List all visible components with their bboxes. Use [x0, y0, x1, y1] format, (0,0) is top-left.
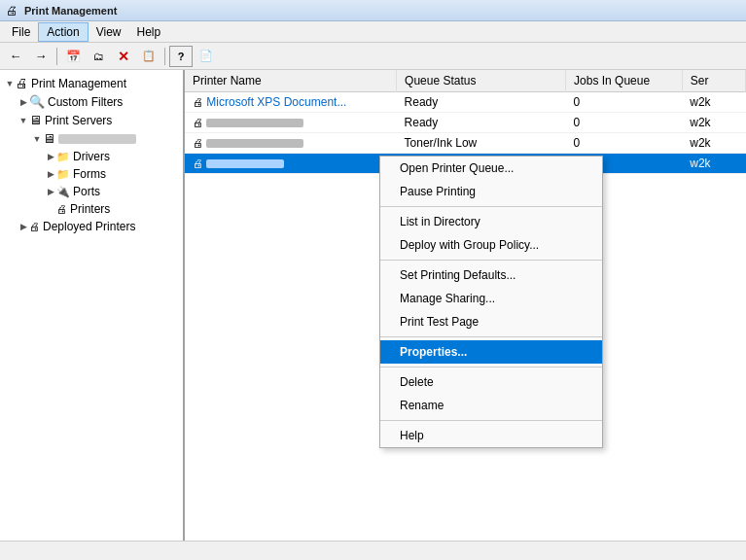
cell-status: Ready	[397, 92, 566, 113]
drivers-icon: 📁	[56, 151, 70, 163]
menu-action[interactable]: Action	[38, 22, 88, 42]
about-button[interactable]: 📄	[195, 46, 218, 67]
context-menu-sep2	[380, 260, 602, 261]
expand-forms[interactable]: ▶	[45, 169, 56, 179]
context-menu-pause[interactable]: Pause Printing	[380, 180, 602, 203]
context-menu: Open Printer Queue... Pause Printing Lis…	[379, 156, 603, 448]
tree-panel: ▼ 🖨 Print Management ▶ 🔍 Custom Filters …	[0, 70, 185, 541]
tree-label-ports: Ports	[73, 185, 100, 198]
context-menu-rename[interactable]: Rename	[380, 394, 602, 417]
cell-jobs: 0	[566, 133, 683, 154]
main-area: ▼ 🖨 Print Management ▶ 🔍 Custom Filters …	[0, 70, 746, 541]
cell-jobs: 0	[566, 92, 683, 113]
tree-label-server1	[58, 134, 136, 144]
tree-item-deployed-printers[interactable]: ▶ 🖨 Deployed Printers	[0, 218, 183, 235]
cell-status: Ready	[397, 113, 566, 133]
tree-label-print-management: Print Management	[31, 77, 126, 90]
context-menu-manage-sharing[interactable]: Manage Sharing...	[380, 287, 602, 310]
cell-server: w2k	[682, 92, 745, 113]
export-button[interactable]: 📋	[137, 46, 160, 67]
cell-jobs: 0	[566, 113, 683, 133]
context-menu-sep4	[380, 367, 602, 368]
print-management-icon: 🖨	[16, 76, 28, 90]
context-menu-deploy-gp[interactable]: Deploy with Group Policy...	[380, 233, 602, 257]
col-header-status[interactable]: Queue Status	[397, 70, 566, 92]
tree-label-forms: Forms	[73, 167, 106, 181]
toolbar-separator-1	[56, 48, 57, 65]
printer-row-icon: 🖨	[193, 117, 203, 128]
context-menu-print-test[interactable]: Print Test Page	[380, 310, 602, 333]
context-menu-sep5	[380, 420, 602, 421]
deployed-printers-icon: 🖨	[29, 221, 40, 232]
context-menu-open-queue[interactable]: Open Printer Queue...	[380, 157, 602, 180]
tree-label-custom-filters: Custom Filters	[48, 95, 123, 109]
context-menu-sep1	[380, 206, 602, 207]
cell-name: 🖨	[185, 154, 397, 174]
expand-deployed-printers[interactable]: ▶	[18, 222, 29, 231]
expand-server1[interactable]: ▼	[31, 134, 43, 144]
context-menu-delete[interactable]: Delete	[380, 370, 602, 394]
col-header-jobs[interactable]: Jobs In Queue	[566, 70, 683, 92]
table-header-row: Printer Name Queue Status Jobs In Queue …	[185, 70, 746, 92]
tree-item-print-management[interactable]: ▼ 🖨 Print Management	[0, 74, 183, 92]
expand-print-servers[interactable]: ▼	[18, 116, 29, 125]
printer-link[interactable]: Microsoft XPS Document...	[206, 95, 346, 109]
expand-drivers[interactable]: ▶	[45, 152, 56, 161]
tree-item-custom-filters[interactable]: ▶ 🔍 Custom Filters	[0, 92, 183, 111]
status-bar	[0, 541, 746, 560]
context-menu-properties[interactable]: Properties...	[380, 340, 602, 364]
cell-name: 🖨	[185, 133, 397, 154]
cell-server: w2k	[682, 113, 745, 133]
context-menu-list-dir[interactable]: List in Directory	[380, 210, 602, 233]
delete-button[interactable]: ✕	[112, 46, 135, 67]
tree-item-server1[interactable]: ▼ 🖥	[0, 129, 183, 148]
folder-button[interactable]: 🗂	[87, 46, 110, 67]
tree-label-drivers: Drivers	[73, 150, 110, 163]
custom-filters-icon: 🔍	[29, 94, 45, 109]
tree-item-forms[interactable]: ▶ 📁 Forms	[0, 165, 183, 183]
print-servers-icon: 🖥	[29, 113, 42, 127]
table-row[interactable]: 🖨 Microsoft XPS Document... Ready 0 w2k	[185, 92, 746, 113]
menu-bar: File Action View Help	[0, 21, 746, 43]
expand-custom-filters[interactable]: ▶	[18, 97, 29, 107]
forms-icon: 📁	[56, 168, 70, 181]
toolbar: ← → 📅 🗂 ✕ 📋 ? 📄	[0, 43, 746, 70]
context-menu-set-defaults[interactable]: Set Printing Defaults...	[380, 263, 602, 287]
context-menu-sep3	[380, 336, 602, 337]
forward-button[interactable]: →	[29, 46, 53, 67]
title-bar-text: Print Management	[24, 5, 117, 17]
printers-icon: 🖨	[56, 203, 67, 215]
title-bar: 🖨 Print Management	[0, 0, 746, 21]
back-button[interactable]: ←	[4, 46, 27, 67]
ports-icon: 🔌	[56, 186, 70, 198]
printer-row-icon: 🖨	[193, 137, 203, 149]
tree-item-drivers[interactable]: ▶ 📁 Drivers	[0, 148, 183, 165]
printer-row-icon: 🖨	[193, 158, 203, 169]
tree-item-print-servers[interactable]: ▼ 🖥 Print Servers	[0, 111, 183, 129]
tree-label-printers: Printers	[70, 202, 110, 216]
expand-ports[interactable]: ▶	[45, 187, 56, 196]
cell-status: Toner/Ink Low	[397, 133, 566, 154]
refresh-button[interactable]: 📅	[61, 46, 85, 67]
table-row[interactable]: 🖨 Toner/Ink Low 0 w2k	[185, 133, 746, 154]
cell-name: 🖨	[185, 113, 397, 133]
context-menu-help[interactable]: Help	[380, 424, 602, 447]
expand-print-management[interactable]: ▼	[4, 79, 16, 88]
menu-view[interactable]: View	[89, 23, 129, 41]
tree-item-printers[interactable]: ▶ 🖨 Printers	[0, 200, 183, 218]
tree-label-deployed-printers: Deployed Printers	[43, 220, 135, 233]
tree-item-ports[interactable]: ▶ 🔌 Ports	[0, 183, 183, 200]
server1-icon: 🖥	[43, 131, 55, 146]
col-header-server[interactable]: Ser	[682, 70, 745, 92]
toolbar-separator-2	[164, 48, 165, 65]
right-panel: Printer Name Queue Status Jobs In Queue …	[185, 70, 746, 541]
cell-server: w2k	[682, 133, 745, 154]
help-button[interactable]: ?	[169, 46, 193, 67]
cell-server: w2k	[682, 154, 745, 174]
menu-file[interactable]: File	[4, 23, 38, 41]
menu-help[interactable]: Help	[129, 23, 169, 41]
col-header-name[interactable]: Printer Name	[185, 70, 397, 92]
app-icon: 🖨	[6, 4, 19, 18]
table-row[interactable]: 🖨 Ready 0 w2k	[185, 113, 746, 133]
tree-label-print-servers: Print Servers	[45, 114, 112, 127]
